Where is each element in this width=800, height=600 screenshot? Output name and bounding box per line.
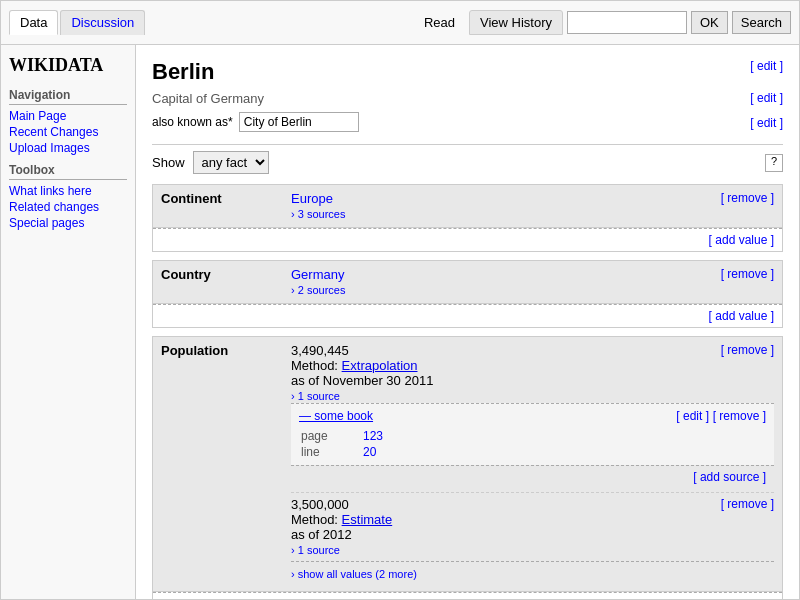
edit-link-2[interactable]: [ edit ] xyxy=(750,91,783,105)
also-known-input[interactable] xyxy=(239,112,359,132)
fact-population-header: Population 3,490,445 Method: Extrapolati… xyxy=(153,337,782,592)
fact-country-values: Germany › 2 sources [ remove ] xyxy=(291,267,774,297)
ok-button[interactable]: OK xyxy=(691,11,728,34)
source-field-page: page 123 xyxy=(301,429,764,443)
population-add-source[interactable]: [ add source ] xyxy=(693,470,766,484)
population-date-1: as of November 30 2011 xyxy=(291,373,433,388)
fact-continent: Continent Europe › 3 sources [ remove ] … xyxy=(152,184,783,252)
country-remove[interactable]: [ remove ] xyxy=(721,267,774,281)
source-field-line-key: line xyxy=(301,445,361,459)
fact-continent-header: Continent Europe › 3 sources [ remove ] xyxy=(153,185,782,228)
sidebar-item-recent-changes[interactable]: Recent Changes xyxy=(9,125,127,139)
population-value-2: 3,500,000 xyxy=(291,497,392,512)
country-sources[interactable]: › 2 sources xyxy=(291,284,345,296)
top-bar: Data Discussion Read View History OK Sea… xyxy=(1,1,799,45)
fact-continent-name: Continent xyxy=(161,191,291,206)
sidebar-item-what-links-here[interactable]: What links here xyxy=(9,184,127,198)
page-header: Berlin [ edit ] Capital of Germany [ edi… xyxy=(152,59,783,134)
source-remove-link[interactable]: [ remove ] xyxy=(713,409,766,423)
population-method-1: Method: Extrapolation xyxy=(291,358,433,373)
continent-add-value[interactable]: [ add value ] xyxy=(709,233,774,247)
continent-sources[interactable]: › 3 sources xyxy=(291,208,345,220)
population-value-2-row: 3,500,000 Method: Estimate as of 2012 › … xyxy=(291,492,774,557)
nav-heading: Navigation xyxy=(9,88,127,105)
continent-europe-link[interactable]: Europe xyxy=(291,191,333,206)
page-subtitle: Capital of Germany xyxy=(152,91,264,106)
fact-population-values: 3,490,445 Method: Extrapolation as of No… xyxy=(291,343,774,585)
also-known-label: also known as* xyxy=(152,115,233,129)
page-title: Berlin xyxy=(152,59,214,85)
toolbox-heading: Toolbox xyxy=(9,163,127,180)
source-field-page-key: page xyxy=(301,429,361,443)
continent-add-value-row: [ add value ] xyxy=(153,228,782,251)
action-read[interactable]: Read xyxy=(414,11,465,34)
country-add-value-row: [ add value ] xyxy=(153,304,782,327)
show-select[interactable]: any fact xyxy=(193,151,269,174)
sidebar-item-special-pages[interactable]: Special pages xyxy=(9,216,127,230)
tab-data[interactable]: Data xyxy=(9,10,58,35)
source-edit-link[interactable]: [ edit ] xyxy=(676,409,709,423)
logo: WIKIDATA xyxy=(9,55,127,76)
fact-population-name: Population xyxy=(161,343,291,358)
source-fields-table: page 123 line 20 xyxy=(299,427,766,461)
show-label: Show xyxy=(152,155,185,170)
country-germany-link[interactable]: Germany xyxy=(291,267,344,282)
sidebar-item-related-changes[interactable]: Related changes xyxy=(9,200,127,214)
population-source-detail: — some book [ edit ] [ remove ] page 123 xyxy=(291,403,774,465)
edit-link-1[interactable]: [ edit ] xyxy=(750,59,783,73)
population-add-value[interactable]: [ add value ] xyxy=(709,597,774,599)
sidebar-item-upload-images[interactable]: Upload Images xyxy=(9,141,127,155)
search-button[interactable]: Search xyxy=(732,11,791,34)
help-button[interactable]: ? xyxy=(765,154,783,172)
source-field-line-value: 20 xyxy=(363,445,764,459)
sidebar: WIKIDATA Navigation Main Page Recent Cha… xyxy=(1,45,136,599)
population-add-value-row: [ add value ] xyxy=(153,592,782,599)
show-bar: Show any fact ? xyxy=(152,151,783,174)
population-add-source-row: [ add source ] xyxy=(291,465,774,488)
content-area: Berlin [ edit ] Capital of Germany [ edi… xyxy=(136,45,799,599)
tab-group: Data Discussion xyxy=(9,10,145,35)
population-value-1: 3,490,445 xyxy=(291,343,433,358)
country-add-value[interactable]: [ add value ] xyxy=(709,309,774,323)
population-date-2: as of 2012 xyxy=(291,527,392,542)
population-estimate-link[interactable]: Estimate xyxy=(342,512,393,527)
population-remove-2[interactable]: [ remove ] xyxy=(721,497,774,511)
fact-continent-values: Europe › 3 sources [ remove ] xyxy=(291,191,774,221)
continent-remove[interactable]: [ remove ] xyxy=(721,191,774,205)
population-show-all[interactable]: › show all values (2 more) xyxy=(291,568,417,580)
source-field-page-value: 123 xyxy=(363,429,764,443)
fact-country: Country Germany › 2 sources [ remove ] [… xyxy=(152,260,783,328)
population-remove-1[interactable]: [ remove ] xyxy=(721,343,774,357)
sidebar-item-main-page[interactable]: Main Page xyxy=(9,109,127,123)
population-sources-1[interactable]: › 1 source xyxy=(291,390,340,402)
source-field-line: line 20 xyxy=(301,445,764,459)
action-view-history[interactable]: View History xyxy=(469,10,563,35)
fact-country-name: Country xyxy=(161,267,291,282)
population-sources-2[interactable]: › 1 source xyxy=(291,544,340,556)
population-method-2: Method: Estimate xyxy=(291,512,392,527)
tab-discussion[interactable]: Discussion xyxy=(60,10,145,35)
fact-population: Population 3,490,445 Method: Extrapolati… xyxy=(152,336,783,599)
population-extrapolation-link[interactable]: Extrapolation xyxy=(342,358,418,373)
fact-country-header: Country Germany › 2 sources [ remove ] xyxy=(153,261,782,304)
also-known-row: also known as* xyxy=(152,112,359,132)
source-edit-remove: [ edit ] [ remove ] xyxy=(676,408,766,423)
population-value-1-row: 3,490,445 Method: Extrapolation as of No… xyxy=(291,343,774,403)
source-title-link[interactable]: — some book xyxy=(299,409,373,423)
search-input[interactable] xyxy=(567,11,687,34)
edit-link-3[interactable]: [ edit ] xyxy=(750,116,783,130)
